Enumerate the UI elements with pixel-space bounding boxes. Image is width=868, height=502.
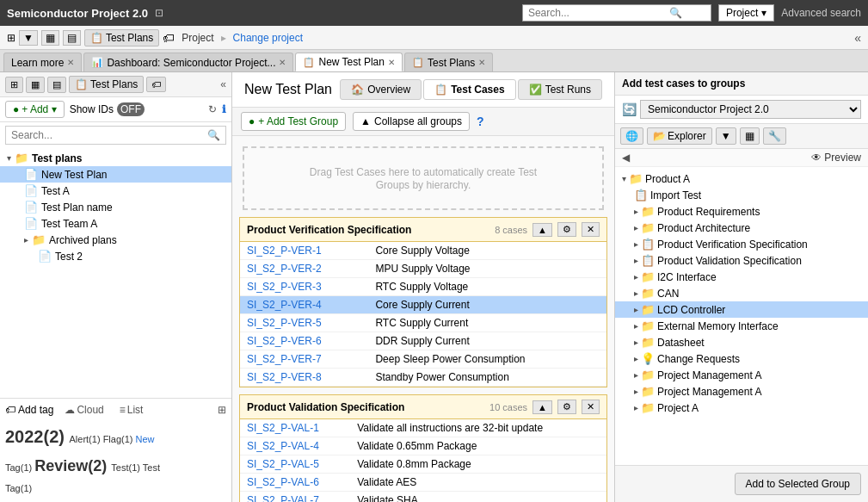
table-row[interactable]: SI_S2_P-VAL-4 Validate 0.65mm Package — [240, 437, 606, 456]
table-row[interactable]: SI_S2_P-VAL-6 Validate AES — [240, 474, 606, 492]
right-tree-item[interactable]: ▸ 📁 Project A — [615, 400, 868, 416]
right-tree-item[interactable]: ▸ 📁 Product Requirements — [615, 203, 868, 220]
table-row[interactable]: SI_S2_P-VER-5 RTC Supply Current — [240, 314, 606, 332]
collapse-icon[interactable]: ▲ — [532, 400, 552, 414]
collapse-sidebar-btn[interactable]: « — [854, 31, 861, 45]
table-row[interactable]: SI_S2_P-VAL-5 Validate 0.8mm Package — [240, 456, 606, 474]
advanced-search-link[interactable]: Advanced search — [781, 7, 861, 19]
refresh-icon[interactable]: ↻ — [208, 103, 217, 115]
tag-tag1[interactable]: Tag(1) — [5, 462, 34, 473]
sidebar-search-input[interactable] — [11, 129, 204, 141]
close-icon[interactable]: ✕ — [582, 222, 600, 237]
case-id[interactable]: SI_S2_P-VAL-5 — [240, 456, 350, 474]
add-button[interactable]: ● + Add ▾ — [5, 101, 65, 118]
tag-flag[interactable]: Flag(1) — [103, 434, 136, 444]
close-icon[interactable]: ✕ — [279, 58, 286, 67]
toggle-switch[interactable]: OFF — [117, 102, 145, 116]
table-row[interactable]: SI_S2_P-VER-3 RTC Supply Voltage — [240, 278, 606, 296]
tag-alert[interactable]: Alert(1) — [70, 434, 103, 444]
add-test-group-btn[interactable]: ● + Add Test Group — [241, 112, 346, 131]
table-row[interactable]: SI_S2_P-VAL-1 Validate all instructions … — [240, 419, 606, 437]
tag-review[interactable]: Review(2) — [34, 457, 111, 474]
tab-test-plans[interactable]: 📋 Test Plans ✕ — [404, 53, 493, 71]
case-id[interactable]: SI_S2_P-VER-7 — [240, 350, 368, 369]
tab-test-cases[interactable]: 📋 Test Cases — [423, 79, 515, 100]
preview-btn[interactable]: 👁 Preview — [811, 152, 861, 164]
case-id[interactable]: SI_S2_P-VER-6 — [240, 332, 368, 350]
sidebar-grid-btn[interactable]: ▦ — [26, 77, 45, 93]
toolbar-list-btn[interactable]: ▤ — [63, 30, 81, 46]
project-selector[interactable]: Project ▾ — [718, 4, 774, 22]
tab-learn-more[interactable]: Learn more ✕ — [3, 53, 82, 71]
table-row[interactable]: SI_S2_P-VER-2 MPU Supply Voltage — [240, 260, 606, 278]
tree-item[interactable]: 📄 Test Plan name — [0, 199, 231, 215]
table-row[interactable]: SI_S2_P-VER-1 Core Supply Voltage — [240, 242, 606, 260]
sidebar-test-plans-btn[interactable]: 📋 Test Plans — [69, 76, 144, 93]
right-grid-btn[interactable]: ▦ — [740, 127, 760, 145]
tag-tag2[interactable]: Tag(1) — [5, 483, 32, 493]
help-icon[interactable]: ? — [477, 115, 484, 128]
sidebar-filter-icon[interactable]: ⊞ — [5, 77, 23, 93]
right-tree-item[interactable]: ▸ 📋 Product Verification Specification — [615, 236, 868, 252]
right-tree-item[interactable]: ▸ 📁 External Memory Interface — [615, 318, 868, 334]
case-id[interactable]: SI_S2_P-VER-1 — [240, 242, 368, 260]
settings-icon[interactable]: ⚙ — [557, 400, 576, 414]
view-cloud-btn[interactable]: ☁ Cloud — [60, 402, 108, 418]
project-dropdown[interactable]: Semiconductor Project 2.0 — [640, 100, 861, 119]
case-id[interactable]: SI_S2_P-VAL-7 — [240, 492, 350, 503]
test-plans-btn[interactable]: 📋 Test Plans — [84, 29, 159, 46]
change-project-btn[interactable]: Change project — [230, 32, 306, 44]
add-tag-btn[interactable]: 🏷 Add tag — [5, 404, 53, 416]
tab-test-runs[interactable]: ✅ Test Runs — [518, 79, 602, 100]
tag-new[interactable]: New — [136, 434, 155, 444]
back-icon[interactable]: ◀ — [622, 152, 630, 164]
right-tool-btn[interactable]: 🔧 — [763, 127, 786, 145]
close-icon[interactable]: ✕ — [582, 400, 600, 414]
collapse-all-btn[interactable]: ▲ Collapse all groups — [353, 112, 470, 131]
right-tree-item[interactable]: 📋 Import Test — [615, 187, 868, 203]
right-filter-btn[interactable]: ▼ — [716, 127, 736, 145]
right-tree-item[interactable]: ▸ 📁 CAN — [615, 285, 868, 301]
collapse-icon[interactable]: ▲ — [532, 223, 552, 237]
tree-item[interactable]: 📄 New Test Plan — [0, 166, 231, 183]
sidebar-list-btn[interactable]: ▤ — [47, 77, 66, 93]
tag-test[interactable]: Test — [143, 462, 160, 473]
table-row[interactable]: SI_S2_P-VAL-7 Validate SHA — [240, 492, 606, 503]
toolbar-grid-btn[interactable]: ▦ — [41, 30, 59, 46]
project-menu[interactable]: Project — [178, 32, 217, 44]
case-id[interactable]: SI_S2_P-VER-5 — [240, 314, 368, 332]
right-tree-item[interactable]: ▸ 📁 Datasheet — [615, 334, 868, 350]
add-to-selected-group-btn[interactable]: Add to Selected Group — [735, 473, 861, 495]
table-row[interactable]: SI_S2_P-VER-8 Standby Power Consumption — [240, 369, 606, 387]
sidebar-tag-btn[interactable]: 🏷 — [146, 77, 166, 92]
table-row[interactable]: SI_S2_P-VER-7 Deep Sleep Power Consumpti… — [240, 350, 606, 369]
grid-icon[interactable]: ⊞ — [218, 404, 226, 416]
case-id[interactable]: SI_S2_P-VER-2 — [240, 260, 368, 278]
right-tree-item[interactable]: ▸ 📁 I2C Interface — [615, 269, 868, 285]
globe-btn[interactable]: 🌐 — [620, 127, 643, 145]
case-id[interactable]: SI_S2_P-VER-3 — [240, 278, 368, 296]
toolbar-filter-btn[interactable]: ▼ — [19, 30, 38, 46]
right-tree-item[interactable]: ▾ 📁 Product A — [615, 170, 868, 187]
close-icon[interactable]: ✕ — [388, 58, 395, 67]
table-row[interactable]: SI_S2_P-VER-6 DDR Supply Current — [240, 332, 606, 350]
tree-group[interactable]: ▸ 📁 Archived plans — [0, 232, 231, 248]
right-tree-item[interactable]: ▸ 📋 Product Validation Specification — [615, 252, 868, 269]
close-icon[interactable]: ✕ — [67, 58, 74, 67]
explorer-btn[interactable]: 📂 Explorer — [647, 127, 712, 145]
tag-2022[interactable]: 2022(2) — [5, 427, 70, 446]
show-ids-toggle[interactable]: Show IDs OFF — [70, 102, 145, 116]
case-id[interactable]: SI_S2_P-VER-8 — [240, 369, 368, 387]
table-row[interactable]: SI_S2_P-VER-4 Core Supply Current — [240, 296, 606, 314]
case-id[interactable]: SI_S2_P-VAL-1 — [240, 419, 350, 437]
settings-icon[interactable]: ⚙ — [557, 222, 576, 237]
tree-item[interactable]: 📄 Test Team A — [0, 215, 231, 232]
right-tree-item[interactable]: ▸ 💡 Change Requests — [615, 350, 868, 367]
view-list-btn[interactable]: ≡ List — [115, 402, 148, 418]
right-tree-item[interactable]: ▸ 📁 Project Management A — [615, 383, 868, 400]
tab-new-test-plan[interactable]: 📋 New Test Plan ✕ — [295, 53, 402, 71]
tree-root[interactable]: ▾ 📁 Test plans — [0, 150, 231, 166]
close-icon[interactable]: ✕ — [478, 58, 485, 67]
tree-item[interactable]: 📄 Test 2 — [0, 248, 231, 264]
tree-item[interactable]: 📄 Test A — [0, 183, 231, 199]
